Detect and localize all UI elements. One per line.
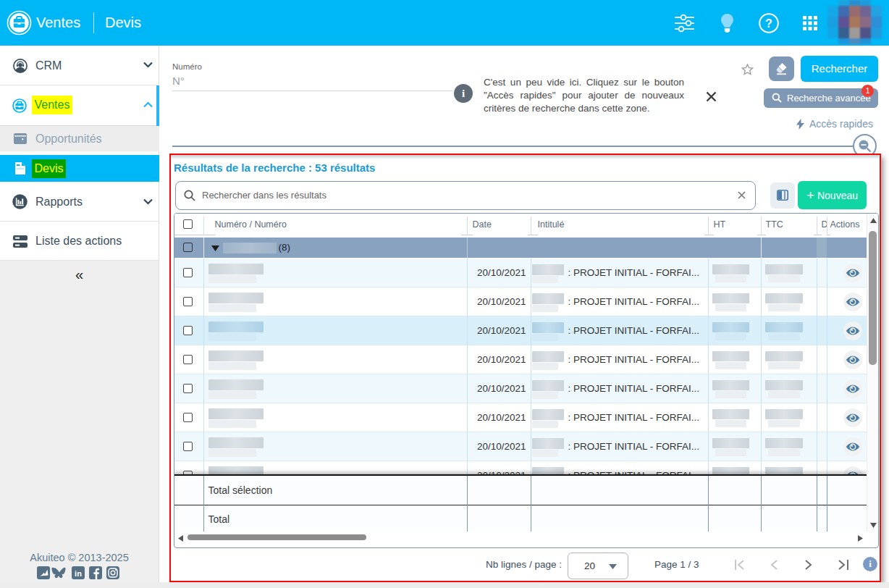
svg-text:in: in: [75, 569, 82, 578]
svg-text:?: ?: [765, 17, 772, 30]
